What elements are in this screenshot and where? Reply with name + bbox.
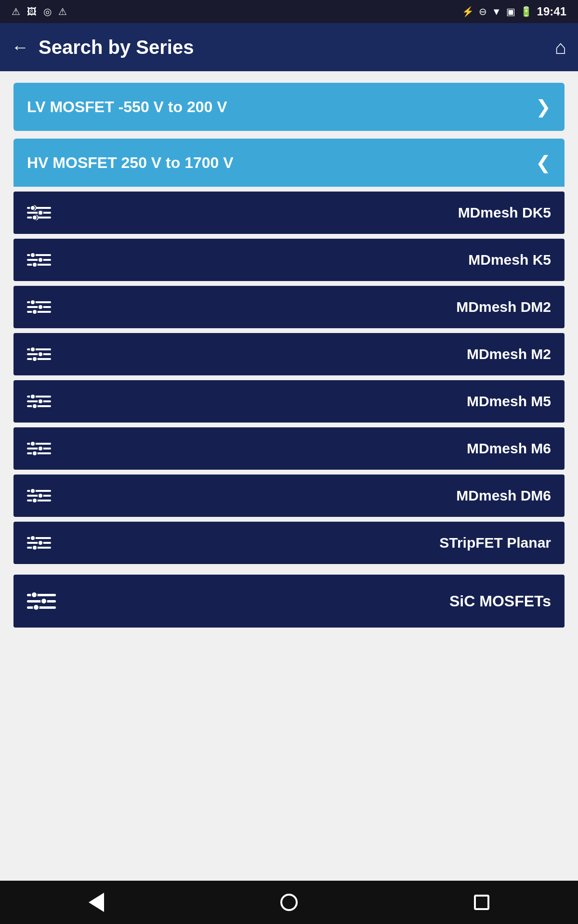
back-button[interactable]: ←	[12, 37, 29, 57]
mdmesh-dm2-item[interactable]: MDmesh DM2	[13, 286, 565, 328]
mdmesh-k5-label: MDmesh K5	[468, 252, 551, 268]
mdmesh-dk5-item[interactable]: MDmesh DK5	[13, 192, 565, 234]
hv-mosfet-button[interactable]: HV MOSFET 250 V to 1700 V ❮	[13, 139, 565, 187]
mdmesh-m5-item[interactable]: MDmesh M5	[13, 380, 565, 423]
home-button[interactable]: ⌂	[555, 37, 566, 58]
status-icons-right: ⚡ ⊖ ▼ ▣ 🔋 19:41	[462, 5, 566, 18]
hv-mosfet-sub-items: MDmesh DK5 MDmesh K5	[13, 187, 565, 564]
filter-icon	[27, 443, 51, 454]
minus-circle-icon: ⊖	[479, 6, 487, 17]
mdmesh-m6-label: MDmesh M6	[467, 440, 551, 457]
main-content: LV MOSFET -550 V to 200 V ❯ HV MOSFET 25…	[0, 71, 578, 881]
stripfet-planar-item[interactable]: STripFET Planar	[13, 522, 565, 564]
status-time: 19:41	[537, 5, 566, 18]
sic-mosfets-item[interactable]: SiC MOSFETs	[13, 575, 565, 628]
mdmesh-dk5-label: MDmesh DK5	[458, 205, 551, 221]
warning-icon-2: ⚠	[58, 6, 67, 17]
status-icons-left: ⚠ 🖼 ◎ ⚠	[12, 6, 67, 17]
image-icon: 🖼	[27, 6, 37, 17]
warning-icon-1: ⚠	[12, 6, 20, 17]
nav-bar: ← Search by Series ⌂	[0, 23, 578, 71]
filter-icon	[27, 396, 51, 407]
lv-mosfet-button[interactable]: LV MOSFET -550 V to 200 V ❯	[13, 83, 565, 131]
lv-mosfet-label: LV MOSFET -550 V to 200 V	[27, 98, 227, 116]
filter-icon	[27, 207, 51, 218]
mdmesh-m2-item[interactable]: MDmesh M2	[13, 333, 565, 375]
hv-mosfet-label: HV MOSFET 250 V to 1700 V	[27, 154, 234, 172]
filter-icon	[27, 254, 51, 266]
recents-nav-button[interactable]	[462, 883, 501, 922]
filter-icon	[27, 348, 51, 360]
mdmesh-dm6-label: MDmesh DM6	[456, 488, 551, 504]
hv-mosfet-section: HV MOSFET 250 V to 1700 V ❮ MDmesh DK	[13, 139, 565, 564]
filter-icon	[27, 301, 51, 313]
stripfet-planar-label: STripFET Planar	[439, 535, 551, 551]
page-title: Search by Series	[39, 37, 555, 58]
back-nav-icon	[89, 893, 104, 912]
sic-mosfets-label: SiC MOSFETs	[449, 592, 551, 610]
mdmesh-dm6-item[interactable]: MDmesh DM6	[13, 475, 565, 517]
home-nav-icon	[280, 894, 298, 911]
target-icon: ◎	[43, 6, 52, 17]
mdmesh-m5-label: MDmesh M5	[467, 393, 551, 410]
bottom-nav	[0, 881, 578, 924]
mdmesh-dm2-label: MDmesh DM2	[456, 299, 551, 315]
back-nav-button[interactable]	[77, 883, 116, 922]
filter-icon	[27, 537, 51, 549]
mdmesh-m6-item[interactable]: MDmesh M6	[13, 427, 565, 470]
filter-icon	[27, 490, 51, 501]
chevron-down-icon: ❮	[536, 152, 551, 173]
filter-icon-large	[27, 594, 56, 609]
home-nav-button[interactable]	[270, 883, 308, 922]
bluetooth-icon: ⚡	[462, 6, 474, 17]
recents-nav-icon	[474, 895, 489, 910]
signal-icon: ▣	[506, 6, 515, 17]
mdmesh-k5-item[interactable]: MDmesh K5	[13, 239, 565, 281]
battery-icon: 🔋	[520, 6, 532, 17]
wifi-icon: ▼	[492, 6, 501, 17]
chevron-right-icon: ❯	[536, 96, 551, 117]
mdmesh-m2-label: MDmesh M2	[467, 346, 551, 362]
status-bar: ⚠ 🖼 ◎ ⚠ ⚡ ⊖ ▼ ▣ 🔋 19:41	[0, 0, 578, 23]
